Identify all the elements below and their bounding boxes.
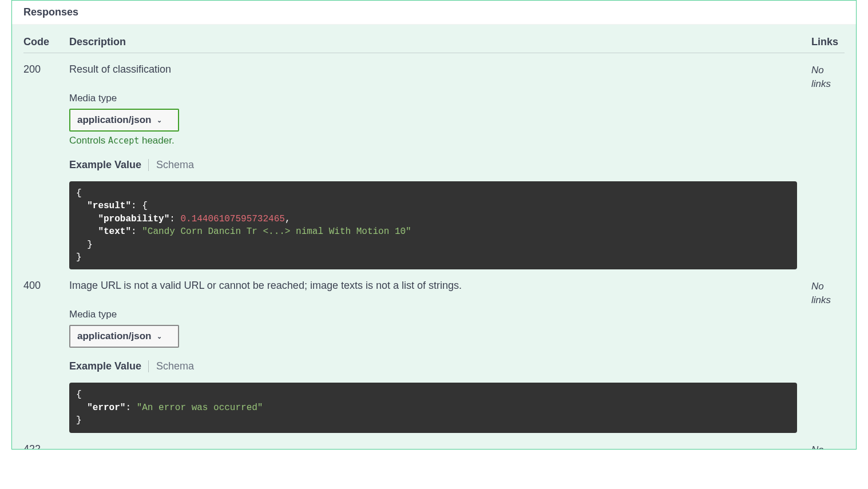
- responses-panel: Responses Code Description Links 200 Res…: [11, 0, 857, 450]
- response-description: Result of classification: [69, 63, 797, 75]
- tab-example-value[interactable]: Example Value: [69, 159, 149, 171]
- response-code: 422: [23, 443, 69, 449]
- response-row: 422 No: [23, 433, 845, 449]
- media-type-select[interactable]: application/json ⌄: [69, 325, 179, 348]
- accept-header-note: Controls Accept header.: [69, 135, 797, 146]
- tab-schema[interactable]: Schema: [156, 360, 201, 372]
- response-description-cell: Result of classification Media type appl…: [69, 63, 811, 269]
- example-code-block: { "result": { "probability": 0.144061075…: [69, 181, 797, 269]
- example-code-block: { "error": "An error was occurred" }: [69, 383, 797, 432]
- response-links: No links: [811, 280, 845, 307]
- example-schema-tabs: Example Value Schema: [69, 159, 797, 171]
- response-description: Image URL is not a valid URL or cannot b…: [69, 280, 797, 292]
- response-code: 200: [23, 63, 69, 75]
- media-type-value: application/json: [77, 114, 151, 126]
- tab-example-value[interactable]: Example Value: [69, 360, 149, 372]
- responses-table-header: Code Description Links: [23, 36, 845, 53]
- response-description-cell: Image URL is not a valid URL or cannot b…: [69, 280, 811, 432]
- responses-body: Code Description Links 200 Result of cla…: [12, 25, 856, 449]
- response-row: 200 Result of classification Media type …: [23, 53, 845, 269]
- header-description: Description: [69, 36, 811, 48]
- media-type-label: Media type: [69, 93, 797, 104]
- response-code: 400: [23, 280, 69, 292]
- tab-schema[interactable]: Schema: [156, 159, 201, 171]
- chevron-down-icon: ⌄: [157, 117, 162, 124]
- header-links: Links: [811, 36, 845, 48]
- chevron-down-icon: ⌄: [157, 333, 162, 340]
- responses-title: Responses: [12, 1, 856, 25]
- response-row: 400 Image URL is not a valid URL or cann…: [23, 269, 845, 432]
- media-type-select[interactable]: application/json ⌄: [69, 109, 179, 132]
- response-links: No: [811, 443, 845, 449]
- header-code: Code: [23, 36, 69, 48]
- media-type-label: Media type: [69, 309, 797, 320]
- example-schema-tabs: Example Value Schema: [69, 360, 797, 372]
- response-links: No links: [811, 63, 845, 91]
- media-type-value: application/json: [77, 331, 151, 342]
